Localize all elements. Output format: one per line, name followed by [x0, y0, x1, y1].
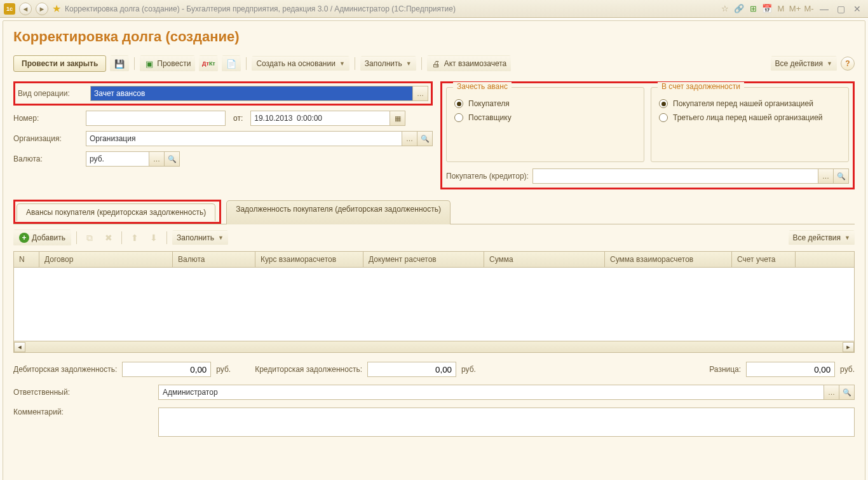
delete-row-button: ✖ — [101, 231, 116, 245]
date-picker-button[interactable]: ▦ — [390, 111, 405, 126]
copy-icon: ⧉ — [86, 233, 93, 243]
number-label: Номер: — [13, 114, 82, 123]
operation-type-select-button[interactable]: … — [413, 86, 428, 101]
printer-icon: 🖨 — [431, 58, 442, 69]
close-button[interactable]: ✕ — [850, 3, 864, 15]
chevron-down-icon: ▼ — [827, 60, 832, 67]
right-highlight-box: Зачесть аванс Покупателя Поставщику В сч… — [440, 81, 855, 189]
search-icon: 🔍 — [837, 172, 846, 181]
column-header[interactable]: Сумма — [484, 252, 605, 267]
radio-icon — [454, 113, 463, 122]
left-form-column: Вид операции: … Номер: от: ▦ Организация… — [13, 81, 433, 189]
column-header[interactable]: N — [14, 252, 39, 267]
separator — [246, 57, 247, 70]
responsible-select-button[interactable]: … — [824, 385, 839, 400]
table-all-actions-button[interactable]: Все действия▼ — [789, 230, 855, 245]
diff-value — [746, 362, 835, 377]
tab1-highlight: Авансы покупателя (кредиторская задолжен… — [13, 200, 221, 224]
nav-forward-button[interactable]: ► — [36, 3, 48, 15]
diff-currency: руб. — [840, 365, 855, 374]
column-header[interactable]: Сумма взаиморасчетов — [605, 252, 732, 267]
advance-buyer-radio[interactable]: Покупателя — [454, 99, 636, 108]
tab-advances[interactable]: Авансы покупателя (кредиторская задолжен… — [17, 203, 215, 221]
move-up-button: ⬆ — [127, 231, 142, 245]
nav-back-button[interactable]: ◄ — [19, 3, 32, 15]
comment-input[interactable] — [158, 408, 855, 437]
scroll-left-button[interactable]: ◄ — [14, 342, 25, 352]
debt-third-radio[interactable]: Третьего лица перед нашей организацией — [659, 113, 841, 122]
m-minus-button[interactable]: M- — [803, 3, 815, 15]
column-header[interactable]: Счет учета — [732, 252, 796, 267]
all-actions-button[interactable]: Все действия▼ — [771, 56, 837, 71]
save-button[interactable]: 💾 — [110, 55, 129, 72]
organization-label: Организация: — [13, 134, 82, 143]
responsible-search-button[interactable]: 🔍 — [839, 385, 855, 400]
buyer-creditor-input[interactable] — [532, 168, 818, 184]
buyer-creditor-search-button[interactable]: 🔍 — [834, 168, 849, 184]
advance-supplier-radio[interactable]: Поставщику — [454, 113, 636, 122]
calendar-icon: ▦ — [395, 114, 401, 123]
operation-type-highlight: Вид операции: … — [13, 81, 433, 106]
organization-search-button[interactable]: 🔍 — [417, 131, 433, 146]
separator — [421, 57, 422, 70]
column-header[interactable]: Договор — [39, 252, 173, 267]
document-icon: 📄 — [226, 58, 236, 69]
separator — [355, 57, 355, 70]
table-header: NДоговорВалютаКурс взаиморасчетовДокумен… — [14, 252, 854, 268]
responsible-input[interactable] — [158, 385, 824, 400]
fill-button[interactable]: Заполнить▼ — [360, 56, 416, 71]
link-icon[interactable]: 🔗 — [733, 3, 745, 15]
tabs-bar: Авансы покупателя (кредиторская задолжен… — [13, 200, 855, 224]
column-header[interactable]: Курс взаиморасчетов — [255, 252, 363, 267]
post-button[interactable]: ▣Провести — [140, 55, 195, 72]
dtkt-button[interactable]: ДтКт — [199, 55, 218, 72]
responsible-row: Ответственный: … 🔍 — [13, 385, 855, 400]
advance-buyer-label: Покупателя — [468, 99, 510, 108]
column-header[interactable]: Валюта — [173, 252, 255, 267]
separator — [76, 231, 77, 244]
add-row-button[interactable]: + Добавить — [13, 230, 71, 246]
credit-label: Кредиторская задолженность: — [255, 365, 362, 374]
favorite-icon[interactable]: ★ — [52, 3, 61, 15]
minimize-button[interactable]: — — [817, 3, 831, 15]
debt-legend: В счет задолженности — [658, 82, 744, 91]
organization-input[interactable] — [86, 131, 402, 146]
titlebar: 1c ◄ ► ★ Корректировка долга (создание) … — [0, 0, 868, 18]
m-plus-button[interactable]: M+ — [789, 3, 801, 15]
m-button[interactable]: M — [775, 3, 787, 15]
date-input[interactable] — [250, 111, 390, 126]
data-table: NДоговорВалютаКурс взаиморасчетовДокумен… — [13, 251, 855, 353]
table-fill-button[interactable]: Заполнить▼ — [172, 230, 228, 245]
help-button[interactable]: ? — [841, 57, 855, 71]
move-down-button: ⬇ — [146, 231, 161, 245]
tab-debts[interactable]: Задолженность покупателя (дебиторская за… — [226, 200, 451, 224]
post-and-close-button[interactable]: Провести и закрыть — [13, 55, 106, 72]
star-icon[interactable]: ☆ — [719, 3, 731, 15]
organization-select-button[interactable]: … — [402, 131, 417, 146]
chevron-down-icon: ▼ — [406, 60, 412, 67]
currency-input[interactable] — [86, 151, 149, 167]
operation-type-input[interactable] — [90, 86, 413, 101]
currency-search-button[interactable]: 🔍 — [165, 151, 180, 167]
scroll-right-button[interactable]: ► — [843, 342, 854, 352]
plus-icon: + — [19, 233, 29, 243]
currency-select-button[interactable]: … — [149, 151, 165, 167]
comment-label: Комментарий: — [13, 408, 153, 416]
debt-buyer-radio[interactable]: Покупателя перед нашей организацией — [659, 99, 841, 108]
create-based-on-button[interactable]: Создать на основании▼ — [252, 56, 349, 71]
report-button[interactable]: 📄 — [222, 55, 241, 72]
main-toolbar: Провести и закрыть 💾 ▣Провести ДтКт 📄 Со… — [13, 53, 855, 79]
advance-fieldset: Зачесть аванс Покупателя Поставщику — [446, 87, 644, 162]
buyer-creditor-select-button[interactable]: … — [818, 168, 834, 184]
radio-icon — [659, 99, 668, 108]
calculator-icon[interactable]: ⊞ — [747, 3, 759, 15]
horizontal-scrollbar[interactable]: ◄ ► — [14, 341, 854, 352]
add-label: Добавить — [32, 233, 65, 242]
page-title: Корректировка долга (создание) — [13, 29, 855, 45]
calendar-icon[interactable]: 📅 — [761, 3, 773, 15]
column-header[interactable]: Документ расчетов — [363, 252, 484, 267]
number-input[interactable] — [86, 111, 226, 126]
netting-act-button[interactable]: 🖨Акт взаимозачета — [427, 55, 512, 72]
table-body[interactable] — [14, 268, 854, 341]
maximize-button[interactable]: ▢ — [834, 3, 848, 15]
